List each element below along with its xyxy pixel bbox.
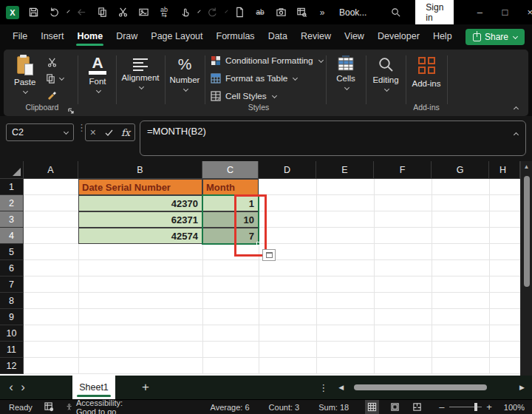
row-header-9[interactable]: 9: [0, 309, 24, 325]
search-icon[interactable]: [387, 4, 403, 21]
add-sheet-button[interactable]: +: [142, 380, 149, 395]
maximize-button[interactable]: □: [492, 4, 517, 21]
sheet-tab-sheet1[interactable]: Sheet1: [72, 376, 115, 399]
editing-group-button[interactable]: Editing: [367, 55, 404, 91]
conditional-formatting-button[interactable]: Conditional Formatting: [211, 55, 323, 66]
tab-draw[interactable]: Draw: [109, 25, 144, 49]
cell-b4[interactable]: 42574: [78, 228, 202, 244]
row-header-2[interactable]: 2: [0, 195, 24, 211]
column-header-h[interactable]: H: [489, 161, 520, 179]
cell-styles-button[interactable]: Cell Styles: [211, 91, 276, 101]
cut-icon[interactable]: [115, 4, 131, 21]
formula-bar-drag-handle[interactable]: ⋮: [77, 125, 83, 130]
table-inspect-icon[interactable]: [293, 4, 310, 21]
zoom-slider-thumb[interactable]: [474, 403, 477, 411]
undo-dropdown-chevron-icon[interactable]: [66, 10, 69, 13]
horizontal-scrollbar-thumb[interactable]: [354, 384, 487, 390]
page-layout-view-button[interactable]: [388, 400, 402, 414]
column-header-d[interactable]: D: [259, 161, 316, 179]
collapse-ribbon-chevron-icon[interactable]: [514, 106, 519, 112]
cell-b1[interactable]: Date Serial Number: [78, 179, 202, 195]
scroll-left-arrow-icon[interactable]: ◀: [338, 384, 344, 391]
select-all-corner[interactable]: [0, 161, 24, 179]
tab-review[interactable]: Review: [294, 25, 338, 49]
camera-icon[interactable]: [273, 4, 289, 21]
cell-c4[interactable]: 7: [202, 228, 259, 244]
new-file-icon[interactable]: [231, 4, 248, 21]
share-button[interactable]: Share: [466, 29, 525, 45]
row-header-4[interactable]: 4: [0, 228, 24, 244]
zoom-slider[interactable]: [449, 407, 482, 407]
page-break-view-button[interactable]: [411, 400, 425, 414]
cancel-formula-button[interactable]: ×: [90, 126, 96, 138]
touch-mode-icon[interactable]: [177, 4, 193, 21]
scroll-right-arrow-icon[interactable]: ▶: [519, 384, 525, 391]
touch-mode-dropdown-chevron-icon[interactable]: [197, 10, 200, 13]
minimize-button[interactable]: –: [467, 4, 492, 21]
format-as-table-button[interactable]: Format as Table: [211, 73, 297, 84]
sign-in-button[interactable]: Sign in: [415, 0, 454, 25]
vertical-scrollbar-thumb[interactable]: [524, 176, 530, 287]
status-count[interactable]: Count: 3: [269, 403, 300, 412]
row-header-8[interactable]: 8: [0, 293, 24, 309]
horizontal-scrollbar[interactable]: ◀ ▶: [338, 383, 525, 392]
insert-function-button[interactable]: fx: [121, 127, 130, 138]
vertical-scrollbar[interactable]: ▲: [520, 161, 532, 376]
tab-home[interactable]: Home: [70, 25, 109, 49]
close-button[interactable]: ×: [517, 4, 532, 21]
format-painter-button[interactable]: [47, 89, 58, 101]
number-group-button[interactable]: % Number: [166, 55, 203, 91]
zoom-out-button[interactable]: –: [434, 401, 449, 413]
status-sum[interactable]: Sum: 18: [318, 403, 349, 412]
zoom-percentage[interactable]: 100%: [504, 403, 525, 412]
tab-formulas[interactable]: Formulas: [210, 25, 262, 49]
tab-page-layout[interactable]: Page Layout: [144, 25, 209, 49]
cell-c1[interactable]: Month: [202, 179, 259, 195]
row-header-12[interactable]: 12: [0, 358, 24, 374]
name-box[interactable]: C2: [6, 123, 74, 141]
undo-icon[interactable]: [46, 4, 62, 21]
tab-developer[interactable]: Developer: [371, 25, 426, 49]
tab-data[interactable]: Data: [262, 25, 294, 49]
column-header-c[interactable]: C: [202, 161, 259, 179]
next-sheet-button[interactable]: ›: [12, 380, 34, 395]
status-average[interactable]: Average: 6: [211, 403, 250, 412]
macro-record-icon[interactable]: [44, 402, 54, 412]
row-header-10[interactable]: 10: [0, 325, 24, 342]
tab-file[interactable]: File: [6, 25, 34, 49]
font-group-button[interactable]: A Font: [81, 55, 115, 92]
copy-icon[interactable]: [94, 4, 110, 21]
column-header-a[interactable]: A: [24, 161, 78, 179]
excel-logo-icon[interactable]: X: [4, 4, 21, 21]
strikethrough-icon[interactable]: ab: [252, 4, 268, 21]
sheet-options-dots-icon[interactable]: ⋮: [318, 382, 328, 393]
name-box-chevron-icon[interactable]: [64, 129, 69, 134]
enter-formula-button[interactable]: [105, 129, 113, 137]
paste-button[interactable]: Paste: [14, 55, 35, 93]
row-header-3[interactable]: 3: [0, 211, 24, 228]
more-commands-icon[interactable]: »: [314, 4, 330, 21]
add-ins-button[interactable]: Add-ins: [409, 55, 444, 88]
tab-view[interactable]: View: [338, 25, 371, 49]
column-header-e[interactable]: E: [316, 161, 374, 179]
column-header-g[interactable]: G: [432, 161, 489, 179]
formula-input[interactable]: =MONTH(B2): [140, 121, 526, 156]
paste-picture-icon[interactable]: [135, 4, 151, 21]
tab-insert[interactable]: Insert: [34, 25, 70, 49]
row-header-1[interactable]: 1: [0, 179, 24, 195]
column-header-b[interactable]: B: [78, 161, 202, 179]
scroll-up-arrow-icon[interactable]: ▲: [521, 161, 532, 170]
row-header-6[interactable]: 6: [0, 260, 24, 276]
alignment-group-button[interactable]: Alignment: [117, 55, 163, 89]
cells-group-button[interactable]: Cells: [329, 55, 363, 89]
accessibility-checker[interactable]: Accessibility: Good to go: [66, 398, 140, 414]
tab-help[interactable]: Help: [426, 25, 459, 49]
find-replace-icon[interactable]: ab⇆: [156, 4, 172, 21]
cell-c3[interactable]: 10: [202, 211, 259, 228]
row-header-7[interactable]: 7: [0, 276, 24, 293]
fill-handle[interactable]: [256, 242, 260, 245]
cell-b2[interactable]: 42370: [78, 195, 202, 211]
zoom-in-button[interactable]: +: [482, 401, 497, 413]
copy-button[interactable]: [45, 73, 64, 84]
column-header-f[interactable]: F: [374, 161, 432, 179]
